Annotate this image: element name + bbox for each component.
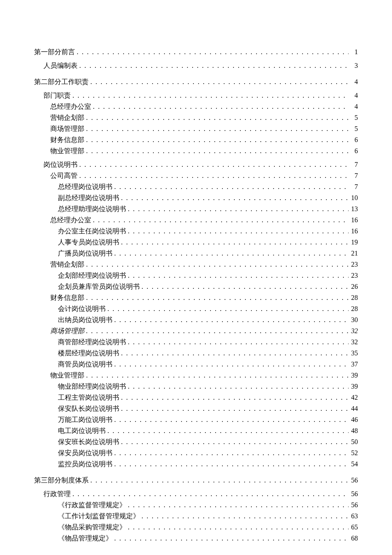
toc-page-number: 37 — [349, 359, 358, 369]
toc-leader-dots — [119, 237, 349, 247]
toc-title: 人员编制表 — [43, 61, 78, 71]
toc-page-number: 65 — [349, 522, 358, 532]
toc-leader-dots — [119, 392, 349, 403]
toc-page-number: 3 — [349, 61, 358, 71]
toc-page-number: 28 — [349, 304, 358, 314]
toc-page-number: 6 — [349, 146, 358, 156]
toc-page-number: 13 — [349, 204, 358, 214]
toc-leader-dots — [106, 426, 349, 436]
toc-page-number: 5 — [349, 113, 358, 123]
toc-page-number: 48 — [349, 426, 358, 436]
toc-title: 公司高管 — [50, 171, 78, 181]
toc-leader-dots — [106, 304, 349, 314]
toc-leader-dots — [71, 90, 349, 101]
toc-title: 《物品采购管理规定》 — [58, 522, 126, 532]
toc-title: 商场管理部 — [50, 326, 84, 336]
toc-leader-dots — [89, 475, 349, 485]
toc-page-number: 50 — [349, 437, 358, 447]
toc-page-number: 4 — [349, 102, 358, 112]
toc-title: 营销企划部 — [50, 113, 84, 123]
toc-title: 第一部分前言 — [34, 47, 75, 57]
toc-leader-dots — [119, 404, 349, 414]
toc-title: 企划部经理岗位说明书 — [58, 270, 126, 281]
toc-page-number: 54 — [349, 459, 358, 469]
toc-leader-dots — [126, 270, 349, 281]
toc-entry: 电工岗位说明书 48 — [34, 426, 358, 436]
toc-leader-dots — [89, 77, 349, 87]
toc-title: 第三部分制度体系 — [34, 475, 89, 485]
toc-page-number: 5 — [349, 124, 358, 134]
toc-leader-dots — [78, 61, 349, 71]
toc-leader-dots — [78, 160, 349, 170]
toc-title: 岗位说明书 — [43, 160, 78, 170]
toc-entry: 总经理岗位说明书 7 — [34, 182, 358, 192]
toc-title: 办公室主任岗位说明书 — [58, 226, 126, 236]
toc-title: 物业管理部 — [50, 370, 84, 381]
toc-entry: 部门职责 4 — [34, 90, 358, 101]
toc-title: 总经理岗位说明书 — [58, 182, 112, 192]
toc-leader-dots — [84, 259, 349, 270]
toc-entry: 会计岗位说明书 28 — [34, 304, 358, 314]
toc-leader-dots — [112, 415, 349, 425]
toc-entry: 第二部分工作职责 4 — [34, 77, 358, 87]
toc-entry: 财务信息部 6 — [34, 135, 358, 145]
toc-title: 广播员岗位说明书 — [58, 248, 112, 259]
toc-page-number: 21 — [349, 248, 358, 259]
toc-leader-dots — [75, 47, 349, 57]
toc-entry: 保安队长岗位说明书 44 — [34, 404, 358, 414]
toc-leader-dots — [84, 146, 349, 156]
toc-title: 《物品管理规定》 — [58, 533, 112, 543]
toc-page-number: 56 — [349, 475, 358, 485]
toc-leader-dots — [84, 326, 349, 336]
toc-leader-dots — [78, 171, 349, 181]
toc-title: 商场管理部 — [50, 124, 84, 134]
toc-title: 财务信息部 — [50, 293, 84, 303]
toc-entry: 财务信息部 28 — [34, 293, 358, 303]
toc-page-number: 6 — [349, 135, 358, 145]
toc-title: 物业管理部 — [50, 146, 84, 156]
toc-entry: 办公室主任岗位说明书 16 — [34, 226, 358, 236]
toc-leader-dots — [112, 459, 349, 469]
toc-page-number: 23 — [349, 259, 358, 270]
toc-title: 出纳员岗位说明书 — [58, 315, 112, 325]
toc-page-number: 46 — [349, 415, 358, 425]
toc-leader-dots — [119, 437, 349, 447]
toc-leader-dots — [84, 293, 349, 303]
toc-entry: 《行政监督管理规定》 56 — [34, 500, 358, 510]
toc-leader-dots — [126, 500, 349, 510]
toc-leader-dots — [140, 282, 349, 292]
toc-page-number: 19 — [349, 237, 358, 247]
toc-entry: 总经理助理岗位说明书 13 — [34, 204, 358, 214]
toc-entry: 出纳员岗位说明书 30 — [34, 315, 358, 325]
toc-page-number: 7 — [349, 171, 358, 181]
toc-entry: 商场管理部 5 — [34, 124, 358, 134]
toc-title: 人事专员岗位说明书 — [58, 237, 119, 247]
toc-page-number: 63 — [349, 511, 358, 521]
toc-entry: 物业管理部 39 — [34, 370, 358, 381]
toc-entry: 商管部经理岗位说明书 32 — [34, 337, 358, 347]
toc-page-number: 68 — [349, 533, 358, 543]
toc-leader-dots — [91, 215, 349, 225]
toc-leader-dots — [126, 522, 349, 532]
toc-title: 物业部经理岗位说明书 — [58, 381, 126, 392]
toc-leader-dots — [112, 315, 349, 325]
toc-leader-dots — [119, 193, 349, 203]
toc-leader-dots — [84, 135, 349, 145]
toc-title: 商管部经理岗位说明书 — [58, 337, 126, 347]
toc-page-number: 35 — [349, 348, 358, 358]
toc-entry: 物业部经理岗位说明书 39 — [34, 381, 358, 392]
toc-leader-dots — [71, 489, 349, 499]
toc-title: 万能工岗位说明书 — [58, 415, 112, 425]
toc-page-number: 52 — [349, 448, 358, 458]
toc-page-number: 4 — [349, 90, 358, 101]
toc-entry: 保安员岗位说明书 52 — [34, 448, 358, 458]
toc-page-number: 16 — [349, 226, 358, 236]
toc-page-number: 7 — [349, 160, 358, 170]
toc-title: 工程主管岗位说明书 — [58, 392, 119, 403]
toc-entry: 《工作计划监督管理规定》 63 — [34, 511, 358, 521]
toc-entry: 企划员兼库管员岗位说明书 26 — [34, 282, 358, 292]
table-of-contents: 第一部分前言 1人员编制表 3第二部分工作职责 4部门职责 4总经理办公室 4营… — [34, 47, 358, 543]
toc-leader-dots — [84, 370, 349, 381]
toc-page-number: 39 — [349, 370, 358, 381]
toc-entry: 万能工岗位说明书 46 — [34, 415, 358, 425]
